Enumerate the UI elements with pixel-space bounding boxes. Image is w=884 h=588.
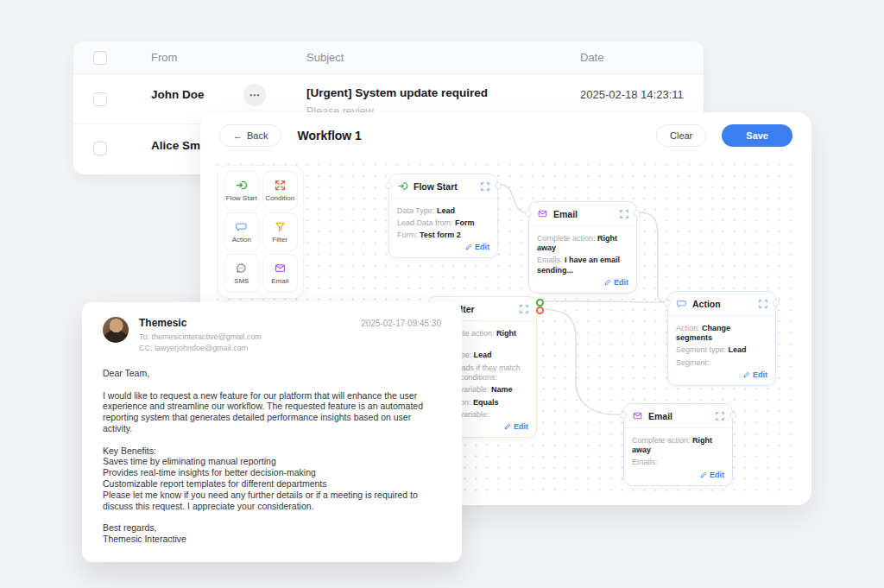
mail-body: Dear Team, I would like to request a new… [103,368,441,545]
save-button[interactable]: Save [722,124,792,147]
row-checkbox[interactable] [93,92,107,106]
desktop-stage: From Subject Date John Doe ⋯ [Urgent] Sy… [0,0,884,588]
node-field: Form: Test form 2 [397,231,489,241]
node-field: Complete action: Right away [632,436,724,456]
expand-icon[interactable] [759,300,767,308]
palette-item-condition[interactable]: Condition [262,171,299,210]
action-icon [235,220,248,233]
inbox-header-row: From Subject Date [73,41,704,74]
select-all-checkbox[interactable] [93,51,107,65]
email-icon [274,262,287,275]
edit-button[interactable]: Edit [632,471,724,479]
condition-icon [274,179,287,192]
node-field: Data Type: Lead [397,206,489,217]
node-field: Emails: [632,458,724,468]
column-from: From [151,51,177,64]
node-flow-start[interactable]: Flow Start Data Type: Lead Lead Data fro… [388,174,498,258]
expand-icon[interactable] [520,305,528,313]
sender-name: Alice Sm [151,139,200,152]
node-palette: Flow Start Condition Action Filter SMS [218,165,304,299]
pencil-icon [604,279,611,286]
expand-icon[interactable] [716,412,724,420]
mail-cc-address: CC: lawyerjohndoe@gmail.com [139,343,262,354]
edit-button[interactable]: Edit [397,243,489,251]
mail-sender-name: Themesic [139,317,262,329]
node-field: Action: Change segments [676,324,767,344]
node-title: Flow Start [414,181,476,192]
palette-item-filter[interactable]: Filter [262,212,299,251]
pencil-icon [743,371,750,378]
pencil-icon [700,471,707,478]
column-subject: Subject [306,51,344,64]
node-field: Lead Data from: Form [397,218,489,229]
port[interactable] [620,412,627,419]
flow-start-icon [235,179,248,192]
back-button[interactable]: ← Back [219,124,281,147]
workflow-header: ← Back Workflow 1 Clear Save [200,112,811,159]
sender-name: John Doe [151,88,205,101]
node-action[interactable]: Action Action: Change segments Segment t… [667,291,776,386]
connection-line [640,212,665,302]
palette-item-email[interactable]: Email [262,254,299,293]
node-title: Email [553,209,615,219]
node-email[interactable]: Email Complete action: Right away Emails… [623,403,733,486]
email-subject: [Urgent] System update required [306,86,488,99]
expand-icon[interactable] [481,182,489,191]
port[interactable] [385,182,392,189]
sms-icon [235,262,248,275]
node-title: Action [692,299,754,309]
flow-start-icon [397,180,408,192]
mail-to-address: To: themesicinteractive@gmail.com [139,332,262,343]
palette-item-flow-start[interactable]: Flow Start [224,171,260,210]
expand-icon[interactable] [620,210,628,218]
pencil-icon [504,423,511,430]
connection-line [501,185,526,212]
back-arrow-icon: ← [233,130,243,141]
clear-button[interactable]: Clear [656,124,706,147]
port[interactable] [495,182,502,189]
email-date: 2025-02-18 14:23:11 [580,88,684,101]
row-checkbox[interactable] [93,142,107,155]
mail-timestamp: 2025-02-17 09:45:30 [361,317,441,328]
node-title: Email [648,411,710,421]
edit-button[interactable]: Edit [676,370,767,379]
port[interactable] [729,412,736,419]
filter-icon [274,220,287,233]
email-preview-card: Themesic To: themesicinteractive@gmail.c… [82,302,462,562]
column-date: Date [580,51,603,64]
email-icon [632,410,643,421]
node-field: Segment: [676,358,767,369]
palette-item-sms[interactable]: SMS [224,254,260,293]
pencil-icon [465,243,472,250]
workflow-title: Workflow 1 [297,129,361,142]
avatar [103,317,129,343]
action-icon [676,298,687,309]
port[interactable] [634,210,641,217]
node-email[interactable]: Email Complete action: Right away Emails… [528,201,637,294]
node-field: Complete action: Right away [537,234,628,254]
edit-button[interactable]: Edit [537,278,628,287]
palette-item-action[interactable]: Action [224,212,260,251]
row-menu-button[interactable]: ⋯ [243,84,266,106]
email-icon [537,208,548,219]
node-field: Segment type: Lead [676,345,767,356]
connection-line [540,309,621,414]
port[interactable] [525,210,532,217]
port[interactable] [664,300,671,307]
port-true[interactable] [536,299,544,307]
port[interactable] [773,300,780,307]
connection-line [540,301,662,302]
port-false[interactable] [536,307,544,314]
node-field: Emails: I have an email sending... [537,256,628,275]
